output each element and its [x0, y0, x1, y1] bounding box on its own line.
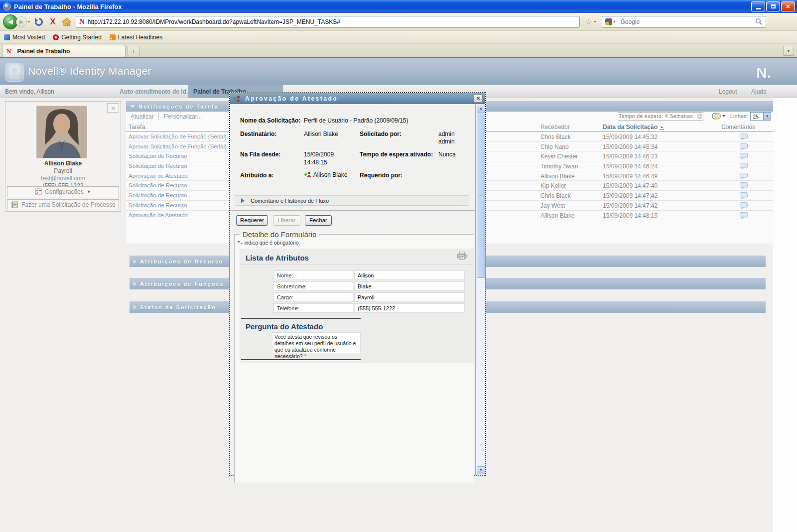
- help-link[interactable]: Ajuda: [751, 88, 767, 95]
- queue-since-value-1: 15/09/2009: [304, 151, 334, 158]
- divider: [241, 318, 361, 319]
- dialog-close-icon[interactable]: ✕: [474, 95, 483, 103]
- site-favicon: N: [79, 17, 85, 26]
- comment-icon[interactable]: [740, 212, 748, 220]
- filter-icon[interactable]: [711, 112, 725, 122]
- column-task[interactable]: Tarefa: [129, 124, 145, 131]
- tab-list-button[interactable]: ▾: [783, 46, 794, 56]
- comment-icon[interactable]: [740, 143, 748, 151]
- bookmarks-toolbar: Most Visited Getting Started Latest Head…: [0, 31, 797, 44]
- panel-title: Atribuições de Recurso: [140, 259, 223, 265]
- dialog-title: Aprovação de Atestado: [245, 95, 338, 102]
- user-email-link[interactable]: test@novell.com: [5, 175, 121, 182]
- comment-icon[interactable]: [740, 173, 748, 181]
- nav-tab-identity-self-service[interactable]: Auto-atendimento de Id...: [120, 88, 191, 95]
- user-photo: [36, 106, 87, 158]
- bookmark-label: Getting Started: [61, 34, 102, 41]
- clear-filter-icon[interactable]: ✕: [697, 114, 702, 119]
- column-comments: Comentários: [721, 124, 755, 131]
- bookmark-star-icon[interactable]: ☆: [585, 17, 592, 26]
- column-recipient[interactable]: Recebedor: [540, 124, 570, 131]
- attr-value-cargo: Payroll: [354, 292, 465, 302]
- dialog-titlebar[interactable]: Aprovação de Atestado ✕: [230, 93, 485, 104]
- comment-icon[interactable]: [740, 153, 748, 161]
- assign-person-icon: [304, 171, 312, 178]
- restore-button[interactable]: [766, 1, 780, 11]
- attestation-approval-dialog: Aprovação de Atestado ✕ Nome da Solicita…: [229, 92, 486, 476]
- requested-by-value-1: admin: [438, 131, 455, 137]
- comment-icon[interactable]: [740, 133, 748, 141]
- process-request-button[interactable]: Fazer uma Solicitação de Processo: [7, 199, 119, 210]
- comment-icon[interactable]: [740, 182, 748, 190]
- column-request-date[interactable]: Data da Solicitação▲: [603, 124, 664, 131]
- attr-value-nome: Allison: [354, 270, 465, 280]
- home-button[interactable]: [60, 15, 73, 28]
- tab-bar: N Painel de Trabalho + ▾: [0, 44, 797, 57]
- claim-button[interactable]: Requerer: [236, 215, 268, 226]
- customize-link[interactable]: Personalizar...: [164, 113, 202, 120]
- expand-arrow-icon: [133, 259, 136, 264]
- bookmark-getting-started[interactable]: Getting Started: [53, 34, 102, 41]
- process-request-label: Fazer uma Solicitação de Processo: [21, 201, 116, 208]
- attr-label-telefone: Telefone:: [273, 303, 353, 313]
- scroll-up-icon[interactable]: ▲: [477, 105, 485, 113]
- search-bar: ▾: [602, 16, 766, 28]
- print-icon[interactable]: [457, 252, 467, 262]
- attr-label-cargo: Cargo:: [273, 292, 353, 302]
- recipient-value: Allison Blake: [304, 131, 338, 137]
- close-button[interactable]: ✕: [781, 1, 795, 11]
- attribute-list-title: Lista de Atributos: [246, 254, 309, 262]
- timeout-filter-badge[interactable]: Tempo de espera: 4 Semanas ✕: [618, 112, 703, 121]
- chevron-down-icon: ▼: [87, 189, 91, 194]
- comment-icon[interactable]: [740, 192, 748, 200]
- divider: [240, 265, 474, 265]
- refresh-link[interactable]: Atualizar: [131, 113, 154, 120]
- panel-title: Atribuições de Funções: [140, 281, 224, 287]
- reload-button[interactable]: [32, 15, 45, 28]
- new-tab-button[interactable]: +: [128, 46, 139, 56]
- stop-button[interactable]: X: [46, 15, 59, 28]
- attr-value-telefone: (555) 555-1222: [354, 303, 465, 313]
- navigation-toolbar: ◀ ▶ ▾ X N ☆ ▾ ▾: [0, 13, 797, 31]
- settings-button-label: Configurações: [45, 188, 83, 195]
- form-detail-fieldset: Detalhe do Formulário * - indica que é o…: [234, 230, 474, 483]
- dialog-scrollbar[interactable]: ▲ ▼: [476, 104, 485, 475]
- scrollbar-thumb[interactable]: [477, 114, 485, 278]
- rows-select[interactable]: 25 ▼: [750, 112, 771, 121]
- minimize-button[interactable]: [751, 1, 765, 11]
- assigned-to-value: Allison Blake: [304, 171, 347, 178]
- attestation-question-title: Pergunta do Atestado: [246, 322, 323, 331]
- dialog-body: Nome da Solicitação: Perfil de Usuário -…: [230, 104, 476, 475]
- forward-button[interactable]: ▶: [16, 16, 27, 27]
- scroll-down-icon[interactable]: ▼: [477, 466, 485, 474]
- search-engine-dropdown-icon[interactable]: ▾: [613, 19, 615, 24]
- comment-icon[interactable]: [740, 202, 748, 210]
- bookmark-latest-headlines[interactable]: Latest Headlines: [110, 34, 162, 41]
- divider: [230, 210, 475, 211]
- attr-label-sobrenome: Sobrenome:: [273, 281, 353, 291]
- bookmark-most-visited[interactable]: Most Visited: [4, 34, 45, 41]
- search-engine-icon[interactable]: [605, 18, 612, 25]
- settings-button[interactable]: Configurações ▼: [7, 186, 119, 197]
- welcome-text: Bem-vindo, Allison: [5, 88, 54, 95]
- sidebar-collapse-button[interactable]: «: [107, 103, 119, 113]
- url-bar: N: [76, 16, 580, 28]
- url-input[interactable]: [88, 18, 576, 25]
- form-detail-legend: Detalhe do Formulário: [240, 230, 319, 239]
- timeout-filter-label: Tempo de espera: 4 Semanas: [619, 114, 693, 119]
- window-titlebar: Painel de Trabalho - Mozilla Firefox ✕: [0, 0, 797, 13]
- comment-flow-history-expander[interactable]: Comentário e Histórico de Fluxo: [235, 195, 469, 206]
- tab-painel-de-trabalho[interactable]: N Painel de Trabalho: [2, 45, 126, 57]
- profile-card: « Allison Blake Payroll test@novell.com …: [5, 101, 121, 212]
- logout-link[interactable]: Logout: [719, 88, 737, 95]
- user-name: Allison Blake: [5, 160, 121, 167]
- search-input[interactable]: [620, 18, 755, 25]
- comment-icon[interactable]: [740, 163, 748, 171]
- search-magnifier-icon[interactable]: [755, 18, 763, 25]
- release-button: Liberar: [273, 215, 300, 226]
- bookmark-dropdown-icon[interactable]: ▾: [594, 19, 596, 24]
- most-visited-icon: [4, 34, 10, 40]
- required-note: * - indica que é obrigatório.: [238, 240, 300, 246]
- close-dialog-button[interactable]: Fechar: [305, 215, 332, 226]
- history-dropdown-icon[interactable]: ▾: [28, 19, 30, 24]
